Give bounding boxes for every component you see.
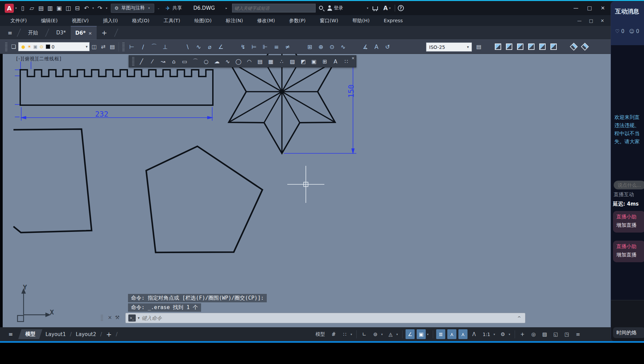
menu-insert[interactable]: 插入(I) bbox=[96, 15, 125, 26]
view-right-cube-icon[interactable] bbox=[528, 43, 535, 50]
dimension-break-icon[interactable]: ≠ bbox=[282, 42, 293, 51]
app-menu-caret-icon[interactable]: ▾ bbox=[14, 4, 18, 13]
command-dock-close-icon[interactable]: × bbox=[108, 314, 112, 321]
redo-icon[interactable]: ↷ bbox=[95, 4, 104, 13]
chat-input[interactable] bbox=[618, 182, 642, 188]
undo-icon[interactable]: ↶ bbox=[82, 4, 91, 13]
tab-close-icon[interactable]: × bbox=[88, 31, 92, 36]
crosshair-toggle-icon[interactable]: + bbox=[518, 329, 527, 339]
menu-parametric[interactable]: 参数(P) bbox=[282, 15, 313, 26]
rectangle-icon[interactable]: ▭ bbox=[179, 56, 190, 66]
jogged-dimension-icon[interactable]: ∿ bbox=[193, 42, 204, 51]
object-snap-icon[interactable]: ▣ bbox=[417, 329, 426, 339]
dimension-style-combo[interactable]: ISO-25 ▾ bbox=[426, 42, 472, 52]
pentagon-shape[interactable] bbox=[146, 146, 262, 252]
trapezoid-shape[interactable] bbox=[13, 129, 92, 233]
linear-dimension-icon[interactable]: ⊢ bbox=[126, 42, 137, 51]
mtext-icon[interactable]: A bbox=[330, 56, 341, 66]
dimension-edit-icon[interactable]: ∡ bbox=[360, 42, 371, 51]
named-views-icon[interactable]: ▤ bbox=[474, 42, 483, 51]
lineweight-icon[interactable]: ≣ bbox=[436, 329, 445, 339]
view-se-isometric-icon[interactable] bbox=[581, 43, 589, 51]
layer-combo-caret-icon[interactable]: ▾ bbox=[86, 44, 88, 49]
comb-shape[interactable] bbox=[20, 70, 213, 105]
continue-dimension-icon[interactable]: ⊩ bbox=[260, 42, 271, 51]
hatch-icon[interactable]: ▨ bbox=[287, 56, 298, 66]
radius-dimension-icon[interactable]: ∖ bbox=[182, 42, 193, 51]
region-icon[interactable]: ▣ bbox=[309, 56, 319, 66]
view-front-cube-icon[interactable] bbox=[539, 43, 546, 50]
isolate-objects-icon[interactable]: ◎ bbox=[529, 329, 538, 339]
menu-express[interactable]: Express bbox=[377, 15, 410, 26]
table-icon[interactable]: ⊞ bbox=[319, 56, 330, 66]
snap-caret-icon[interactable]: ▾ bbox=[349, 329, 353, 339]
snap-mode-icon[interactable]: ∷ bbox=[340, 329, 349, 339]
layer-lock-icon[interactable]: ⊙ bbox=[38, 42, 44, 51]
tab-start[interactable]: 开始 bbox=[23, 26, 43, 39]
insert-block-icon[interactable]: ▤ bbox=[255, 56, 265, 66]
toolbar-close-icon[interactable]: × bbox=[351, 56, 355, 60]
circle-icon[interactable]: ○ bbox=[201, 56, 212, 66]
tab-layout1[interactable]: Layout1 bbox=[45, 331, 66, 337]
center-mark-icon[interactable]: ⊕ bbox=[315, 42, 326, 51]
inspection-icon[interactable]: ⊙ bbox=[326, 42, 337, 51]
save-icon[interactable]: ▤ bbox=[36, 4, 45, 13]
construction-line-icon[interactable]: ⁄ bbox=[147, 56, 158, 66]
dimension-update-icon[interactable]: ↺ bbox=[382, 42, 393, 51]
like-count[interactable]: ♡ 0 bbox=[615, 28, 624, 34]
object-snap-tracking-icon[interactable]: ∠ bbox=[406, 329, 415, 339]
chat-username[interactable]: 直播小助 bbox=[616, 243, 644, 250]
hardware-acceleration-icon[interactable]: ▨ bbox=[540, 329, 549, 339]
grid-display-icon[interactable]: # bbox=[329, 329, 338, 339]
chat-username[interactable]: 直播小助 bbox=[616, 214, 644, 220]
redo-caret-icon[interactable]: ▾ bbox=[104, 4, 109, 13]
command-input[interactable] bbox=[142, 315, 516, 321]
arc-icon[interactable]: ⌒ bbox=[190, 56, 201, 66]
workspace-switcher[interactable]: ⚙ 草图与注释 ▾ bbox=[111, 4, 154, 13]
scale-caret-icon[interactable]: ▾ bbox=[492, 329, 496, 339]
autodesk-a-icon[interactable]: A bbox=[383, 5, 388, 11]
minimize-button[interactable]: — bbox=[577, 18, 582, 23]
search-icon[interactable] bbox=[319, 6, 323, 10]
toolbar-grip[interactable] bbox=[5, 42, 7, 51]
menu-view[interactable]: 视图(V) bbox=[65, 15, 96, 26]
chat-bottom-input[interactable]: 时间的烙 bbox=[613, 327, 644, 338]
gear-caret-icon[interactable]: ▾ bbox=[508, 329, 512, 339]
dimension-text-232[interactable]: 232 bbox=[91, 110, 112, 118]
quick-dimension-icon[interactable]: ↯ bbox=[237, 42, 249, 51]
save-as-icon[interactable]: ▥ bbox=[45, 4, 55, 13]
open-from-mobile-icon[interactable]: ◫ bbox=[64, 4, 73, 13]
arc-length-dimension-icon[interactable]: ⌒ bbox=[149, 42, 160, 51]
wrench-icon[interactable]: ⚒ bbox=[115, 314, 120, 321]
menu-modify[interactable]: 修改(M) bbox=[250, 15, 282, 26]
view-sw-isometric-icon[interactable] bbox=[570, 43, 578, 51]
search-input[interactable] bbox=[234, 6, 313, 11]
annotation-visibility-icon[interactable]: Λ bbox=[470, 329, 479, 339]
dimension-text-edit-icon[interactable]: A bbox=[371, 42, 382, 51]
point-style-icon[interactable]: ∷ bbox=[341, 56, 352, 66]
view-bottom-cube-icon[interactable] bbox=[506, 43, 512, 50]
close-button[interactable]: ✕ bbox=[601, 18, 604, 23]
diameter-dimension-icon[interactable]: ⌀ bbox=[204, 42, 215, 51]
star-shape[interactable] bbox=[229, 54, 335, 153]
tab-layout2[interactable]: Layout2 bbox=[76, 331, 96, 337]
ellipse-arc-icon[interactable]: ◠ bbox=[244, 56, 255, 66]
close-button[interactable]: ✕ bbox=[601, 5, 605, 11]
jogged-linear-icon[interactable]: ∿ bbox=[337, 42, 349, 51]
tab-menu-hamburger-icon[interactable]: ≡ bbox=[5, 28, 14, 37]
layer-properties-manager-icon[interactable]: ❏ bbox=[9, 42, 18, 51]
view-left-cube-icon[interactable] bbox=[517, 43, 523, 50]
isometric-drafting-icon[interactable]: ◬ bbox=[386, 329, 395, 339]
new-file-icon[interactable]: ▯ bbox=[18, 4, 27, 13]
account-caret-icon[interactable]: ▾ bbox=[365, 4, 370, 13]
gradient-icon[interactable]: ◩ bbox=[298, 56, 309, 66]
print-icon[interactable]: ⊟ bbox=[73, 4, 82, 13]
status-hamburger-icon[interactable]: ≡ bbox=[6, 330, 15, 339]
customization-gear-icon[interactable]: ⚙ bbox=[498, 329, 508, 339]
share-icon[interactable]: ✈ bbox=[163, 4, 172, 13]
help-icon[interactable]: ? bbox=[398, 5, 404, 11]
ellipse-icon[interactable]: ◯ bbox=[233, 56, 244, 66]
recent-commands-caret-icon[interactable]: ▾ bbox=[138, 316, 140, 320]
polar-tracking-icon[interactable]: ⊚ bbox=[371, 329, 380, 339]
drawing-canvas[interactable]: [-][俯视][二维线框] 232 150 Y X ╱⁄↝⌂▭⌒○☁∿◯◠▤▦∴… bbox=[3, 54, 644, 327]
